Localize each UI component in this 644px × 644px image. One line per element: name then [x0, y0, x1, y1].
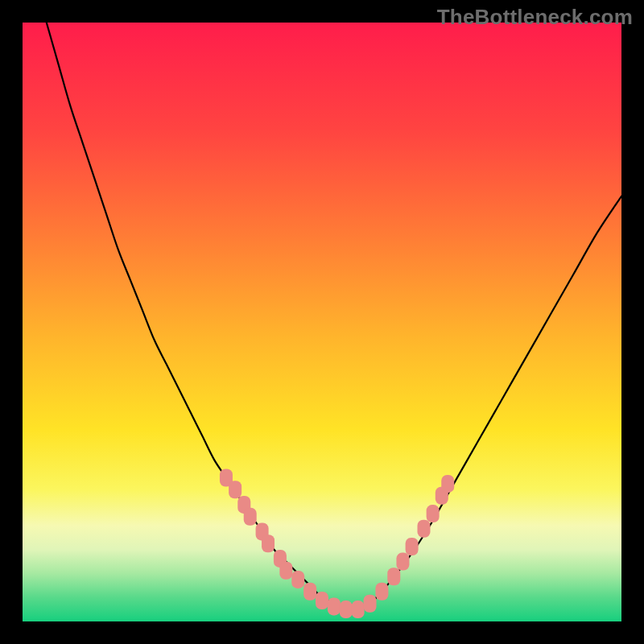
bead-marker — [229, 481, 242, 498]
bead-marker — [262, 535, 275, 552]
bead-marker — [406, 538, 419, 555]
bead-marker — [303, 583, 316, 601]
bead-marker — [417, 520, 430, 538]
bead-marker — [396, 553, 409, 571]
bead-marker — [387, 568, 400, 585]
plot-area — [23, 23, 621, 621]
bead-marker — [427, 505, 440, 522]
bead-marker — [364, 595, 377, 613]
bead-marker — [244, 508, 257, 526]
bead-marker — [291, 571, 304, 588]
bead-marker — [328, 597, 341, 615]
bottleneck-chart: TheBottleneck.com — [0, 0, 644, 644]
bead-marker — [352, 601, 365, 618]
bead-marker — [316, 592, 328, 609]
bead-marker — [441, 475, 454, 493]
curve-layer — [23, 23, 621, 621]
bead-marker — [279, 562, 292, 580]
bead-marker — [375, 583, 388, 601]
watermark-text: TheBottleneck.com — [437, 5, 633, 30]
bead-marker — [340, 601, 353, 618]
bottleneck-curve — [47, 23, 621, 610]
